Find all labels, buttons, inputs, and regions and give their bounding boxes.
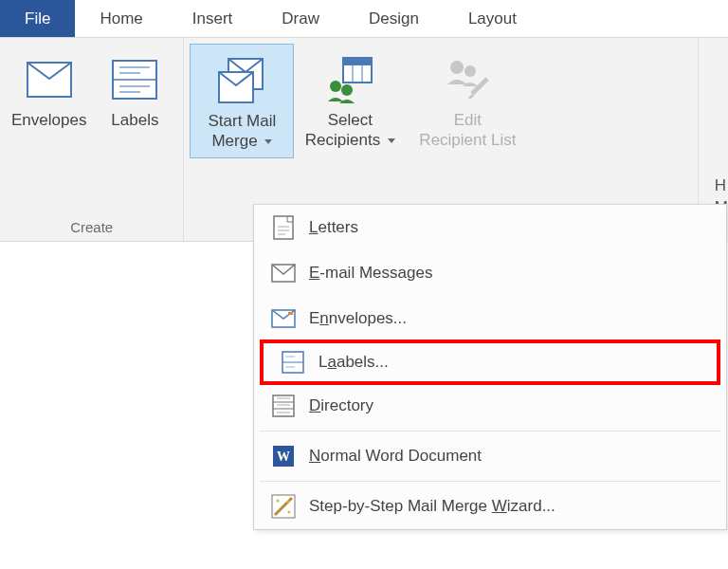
envelopes-label: Envelopes [11,110,86,130]
start-mail-merge-button[interactable]: Start Mail Merge [190,44,294,158]
document-icon [265,215,301,240]
tab-file-label: File [25,9,50,28]
tab-design[interactable]: Design [344,0,444,37]
labels-icon [108,49,161,110]
chevron-down-icon [388,138,395,143]
start-mail-merge-l1: Start Mail [208,111,276,131]
mail-merge-icon [211,50,272,111]
tab-home[interactable]: Home [75,0,167,37]
edit-recipient-list-button: Edit Recipient List [406,44,529,156]
tab-home-label: Home [100,9,142,28]
word-icon: W [265,445,301,468]
menu-separator [260,431,720,431]
recipients-icon [322,49,377,110]
menu-wizard-label: Step-by-Step Mail Merge Wizard... [309,497,555,516]
labels-label: Labels [111,110,158,130]
edit-recipient-l1: Edit [454,110,482,130]
wizard-icon [265,494,301,519]
menu-normal-doc[interactable]: W Normal Word Document [254,433,726,479]
tab-layout-label: Layout [468,9,517,28]
chevron-down-icon [264,139,272,144]
menu-envelopes-label: Ennvelopes... [309,309,407,328]
edit-recipient-l2: Recipient List [419,130,516,150]
group-create: Envelopes Labels Create [0,38,184,241]
menu-letters[interactable]: Letters [254,205,726,250]
tab-insert[interactable]: Insert [168,0,258,37]
select-recipients-l2: Recipients [305,130,395,150]
menu-email[interactable]: E-mail Messages [254,250,726,296]
menu-wizard[interactable]: Step-by-Step Mail Merge Wizard... [254,484,726,529]
labels-small-icon [275,351,311,374]
svg-point-41 [288,511,291,514]
ribbon-tabs: File Home Insert Draw Design Layout [0,0,728,38]
start-mail-merge-menu: Letters E-mail Messages Ennvelopes... La… [253,204,727,530]
svg-point-14 [341,84,353,96]
edit-recipients-icon [440,49,495,110]
menu-letters-label: Letters [309,218,358,237]
tab-file[interactable]: File [0,0,75,37]
menu-labels-label: Laabels... [318,353,389,372]
tab-insert-label: Insert [192,9,233,28]
menu-directory-label: Directory [309,396,373,415]
group-mailmerge-buttons: Start Mail Merge Select Recipients Edit … [190,44,529,219]
email-icon [265,264,301,283]
svg-point-40 [277,500,280,503]
labels-button[interactable]: Labels [92,44,177,136]
svg-point-16 [464,65,476,77]
select-recipients-l1: Select [328,110,373,130]
menu-normal-label: Normal Word Document [309,447,482,466]
menu-email-label: E-mail Messages [309,264,432,283]
tab-design-label: Design [369,9,419,28]
group-create-buttons: Envelopes Labels [6,44,177,219]
directory-icon [265,395,301,417]
svg-text:W: W [277,450,290,464]
envelope-icon [23,49,76,110]
svg-point-42 [287,501,290,504]
menu-labels-highlight: Laabels... [260,340,720,385]
menu-labels[interactable]: Laabels... [264,343,717,381]
group-create-label: Create [70,219,113,239]
menu-envelopes[interactable]: Ennvelopes... [254,296,726,341]
start-mail-merge-l2: Merge [211,131,272,151]
svg-point-15 [450,61,464,74]
menu-directory[interactable]: Directory [254,383,726,429]
svg-rect-25 [288,312,293,315]
svg-rect-10 [343,58,372,65]
svg-point-13 [330,81,341,92]
select-recipients-button[interactable]: Select Recipients [294,44,406,156]
tab-layout[interactable]: Layout [444,0,541,37]
envelope-small-icon [265,309,301,328]
tab-draw-label: Draw [282,9,319,28]
tab-draw[interactable]: Draw [257,0,344,37]
envelopes-button[interactable]: Envelopes [6,44,92,136]
menu-separator-2 [260,481,720,482]
svg-rect-19 [274,216,293,239]
